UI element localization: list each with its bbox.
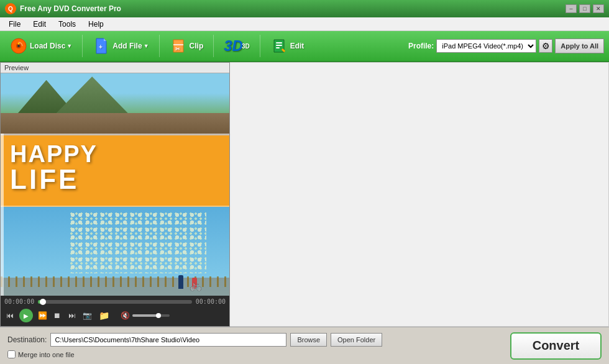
app-title: Free Any DVD Converter Pro bbox=[20, 4, 566, 13]
profile-area: Profile: iPad MPEG4 Video(*.mp4) ⚙ Apply… bbox=[408, 39, 604, 53]
add-file-dropdown-arrow: ▼ bbox=[144, 43, 149, 49]
destination-label: Destination: bbox=[7, 335, 47, 344]
screenshot-button[interactable]: 📷 bbox=[81, 310, 93, 321]
video-border bbox=[1, 134, 229, 135]
load-disc-button[interactable]: Load Disc ▼ bbox=[5, 35, 77, 57]
time-end: 00:00:00 bbox=[196, 298, 226, 305]
open-folder-button[interactable]: Open Folder bbox=[331, 333, 382, 347]
destination-input[interactable] bbox=[50, 333, 286, 347]
add-file-button[interactable]: + Add File ▼ bbox=[88, 35, 153, 57]
menu-tools[interactable]: Tools bbox=[52, 19, 82, 30]
merge-checkbox-area: Merge into one file bbox=[7, 350, 505, 358]
convert-button[interactable]: Convert bbox=[510, 332, 602, 360]
menu-help[interactable]: Help bbox=[82, 19, 110, 30]
svg-point-2 bbox=[17, 45, 20, 47]
maximize-button[interactable]: □ bbox=[579, 4, 590, 13]
3d-label: 3D bbox=[224, 37, 243, 55]
progress-bar[interactable] bbox=[38, 300, 192, 304]
preview-video: 🚲 HAPPY LIFE bbox=[1, 73, 229, 296]
folder-button[interactable]: 📁 bbox=[96, 309, 112, 322]
svg-text:+: + bbox=[99, 43, 103, 50]
separator-2 bbox=[159, 35, 160, 57]
volume-area: 🔇 bbox=[121, 311, 170, 320]
separator-3 bbox=[213, 35, 214, 57]
profile-label: Profile: bbox=[408, 42, 434, 50]
menu-bar: File Edit Tools Help bbox=[0, 17, 609, 31]
toolbar: Load Disc ▼ + Add File ▼ ✂ Clip 3D 3D bbox=[0, 31, 609, 62]
minimize-button[interactable]: – bbox=[566, 4, 577, 13]
svg-text:✂: ✂ bbox=[175, 46, 180, 52]
control-buttons: ⏮ ▶ ⏩ ⏹ ⏭ 📷 📁 🔇 bbox=[4, 306, 226, 325]
menu-file[interactable]: File bbox=[2, 19, 27, 30]
time-row: 00:00:00 00:00:00 bbox=[4, 297, 226, 306]
volume-fill bbox=[132, 314, 158, 317]
svg-rect-13 bbox=[276, 47, 280, 48]
menu-edit[interactable]: Edit bbox=[27, 19, 52, 30]
app-icon: Q bbox=[5, 3, 16, 14]
bottom-row1: Destination: Browse Open Folder bbox=[7, 333, 505, 347]
load-disc-dropdown-arrow: ▼ bbox=[66, 43, 72, 49]
bottom-left: Destination: Browse Open Folder Merge in… bbox=[7, 333, 505, 358]
svg-rect-12 bbox=[276, 45, 282, 46]
profile-select[interactable]: iPad MPEG4 Video(*.mp4) bbox=[436, 39, 536, 53]
volume-icon: 🔇 bbox=[121, 311, 130, 320]
window-controls: – □ ✕ bbox=[566, 4, 604, 13]
stop-button[interactable]: ⏹ bbox=[52, 310, 63, 321]
main-content: Preview bbox=[0, 62, 609, 327]
3d-button[interactable]: 3D 3D bbox=[219, 35, 254, 57]
settings-button[interactable]: ⚙ bbox=[539, 39, 552, 53]
clip-button[interactable]: ✂ Clip bbox=[165, 35, 209, 57]
separator-4 bbox=[260, 35, 260, 57]
bottom-bar: Destination: Browse Open Folder Merge in… bbox=[0, 327, 609, 364]
right-panel bbox=[230, 62, 609, 327]
preview-panel: Preview bbox=[0, 62, 230, 327]
apply-to-all-button[interactable]: Apply to All bbox=[555, 39, 604, 53]
merge-checkbox[interactable] bbox=[7, 350, 16, 358]
video-title: HAPPY LIFE bbox=[7, 140, 100, 196]
next-frame-button[interactable]: ⏭ bbox=[66, 310, 78, 321]
video-controls: 00:00:00 00:00:00 ⏮ ▶ ⏩ ⏹ ⏭ 📷 📁 🔇 bbox=[1, 296, 229, 326]
close-button[interactable]: ✕ bbox=[593, 4, 604, 13]
edit-icon bbox=[270, 37, 288, 55]
merge-label: Merge into one file bbox=[18, 351, 75, 358]
volume-bar[interactable] bbox=[132, 314, 170, 317]
disc-icon bbox=[10, 37, 27, 55]
edit-button[interactable]: Edit bbox=[265, 35, 309, 57]
title-bar: Q Free Any DVD Converter Pro – □ ✕ bbox=[0, 0, 609, 17]
video-landscape bbox=[1, 73, 229, 140]
fast-forward-button[interactable]: ⏩ bbox=[37, 310, 48, 321]
add-file-icon: + bbox=[93, 37, 110, 55]
browse-button[interactable]: Browse bbox=[290, 333, 327, 347]
skip-back-button[interactable]: ⏮ bbox=[4, 310, 16, 321]
video-blue-scene: 🚲 bbox=[1, 207, 229, 296]
video-left-strip bbox=[1, 134, 4, 296]
svg-point-3 bbox=[18, 43, 20, 45]
progress-thumb bbox=[40, 299, 46, 305]
time-start: 00:00:00 bbox=[4, 298, 34, 305]
play-button[interactable]: ▶ bbox=[19, 309, 33, 322]
separator-1 bbox=[82, 35, 83, 57]
video-border2 bbox=[1, 206, 229, 207]
svg-rect-11 bbox=[276, 42, 282, 43]
preview-label: Preview bbox=[1, 63, 229, 73]
volume-thumb bbox=[156, 313, 161, 318]
clip-icon: ✂ bbox=[170, 37, 187, 55]
